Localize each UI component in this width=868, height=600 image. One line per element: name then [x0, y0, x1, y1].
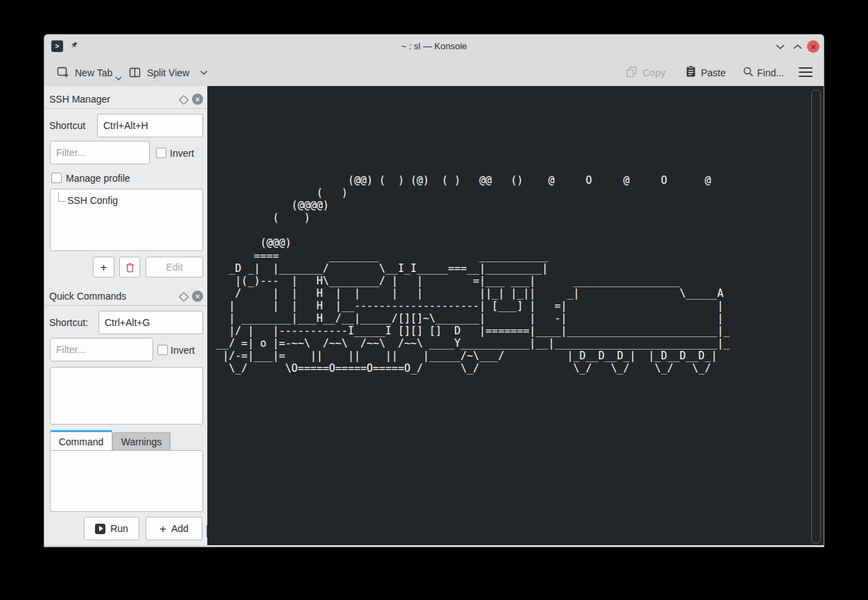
split-view-icon[interactable] [129, 67, 141, 78]
window-title: ~ : sl — Konsole [44, 41, 824, 51]
qc-shortcut-label: Shortcut: [49, 317, 88, 328]
main-toolbar: New Tab Split View Copy [44, 58, 824, 86]
split-view-dropdown-chevron-icon[interactable] [200, 70, 208, 76]
tab-warnings-label: Warnings [121, 436, 162, 447]
konsole-window: > ~ : sl — Konsole × [44, 35, 824, 547]
tree-item-ssh-config[interactable]: SSH Config [67, 195, 118, 206]
run-play-icon [95, 524, 105, 534]
tab-command[interactable]: Command [50, 430, 112, 451]
panel-separator [44, 108, 207, 109]
tree-branch-icon [58, 192, 66, 202]
terminal[interactable]: (@@) ( ) (@) ( ) @@ () @ O @ O @ ( ) (@@… [207, 86, 824, 545]
paste-button[interactable]: Paste [701, 67, 726, 78]
shortcut-label: Shortcut [49, 120, 85, 131]
qc-filter-input[interactable] [50, 338, 153, 361]
split-view-button[interactable]: Split View [147, 67, 189, 78]
manage-profile-label: Manage profile [66, 173, 130, 184]
copy-icon [626, 66, 638, 78]
new-tab-icon[interactable] [57, 66, 69, 78]
new-tab-button[interactable]: New Tab [75, 67, 112, 78]
minimize-icon[interactable] [775, 44, 785, 50]
screen: > ~ : sl — Konsole × [0, 0, 868, 600]
manage-profile-checkbox[interactable] [51, 173, 62, 183]
ssh-shortcut-field[interactable] [97, 114, 203, 137]
terminal-scrollbar[interactable] [811, 89, 821, 544]
maximize-icon[interactable] [792, 44, 803, 50]
add-button-label: Add [171, 523, 189, 534]
hamburger-menu-icon[interactable] [799, 67, 813, 77]
qc-shortcut-field[interactable] [98, 311, 203, 334]
close-icon[interactable]: × [807, 40, 819, 53]
panel-separator [44, 305, 207, 306]
run-button-label: Run [110, 523, 128, 534]
search-icon[interactable] [743, 66, 754, 78]
ssh-manager-panel-title: SSH Manager [49, 94, 110, 105]
quick-commands-panel-title: Quick Commands [49, 291, 126, 302]
tab-command-label: Command [59, 436, 104, 447]
qc-command-list[interactable] [50, 367, 203, 425]
run-button[interactable]: Run [84, 517, 139, 540]
paste-icon[interactable] [685, 65, 697, 78]
add-command-button[interactable]: + Add [146, 517, 202, 540]
qc-command-editor[interactable] [50, 450, 203, 512]
ssh-filter-input[interactable] [50, 141, 150, 164]
ssh-edit-button: Edit [146, 257, 203, 277]
ssh-config-tree[interactable]: SSH Config [50, 189, 203, 251]
ascii-train: (@@) ( ) (@) ( ) @@ () @ O @ O @ ( ) (@@… [216, 174, 730, 375]
new-tab-dropdown-chevron-icon[interactable] [115, 76, 122, 80]
plus-icon: + [159, 523, 166, 535]
trash-icon [125, 262, 134, 273]
tab-warnings[interactable]: Warnings [112, 432, 171, 451]
edit-button-label: Edit [166, 262, 182, 273]
close-panel-icon[interactable]: × [192, 94, 203, 105]
ssh-add-button[interactable]: + [93, 257, 114, 277]
titlebar[interactable]: > ~ : sl — Konsole × [44, 35, 824, 58]
copy-button: Copy [643, 67, 666, 78]
qc-invert-label: Invert [171, 345, 195, 356]
ssh-delete-button[interactable] [119, 257, 140, 277]
qc-invert-checkbox[interactable] [157, 345, 168, 355]
ssh-invert-label: Invert [170, 148, 194, 159]
find-button[interactable]: Find... [757, 67, 784, 78]
close-panel-icon[interactable]: × [192, 291, 203, 302]
ssh-invert-checkbox[interactable] [156, 148, 166, 158]
add-icon: + [101, 262, 107, 273]
